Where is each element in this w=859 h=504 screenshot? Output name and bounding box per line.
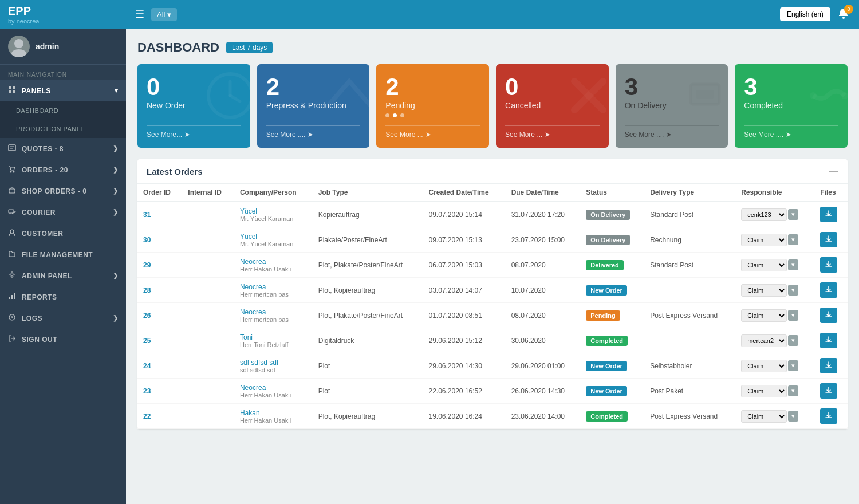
responsible-dropdown-btn-4[interactable]: ▾: [788, 310, 798, 321]
cell-status-0: On Delivery: [580, 202, 644, 227]
cell-company-6: sdf sdfsd sdf sdf sdfsd sdf: [234, 353, 313, 379]
responsible-dropdown-btn-8[interactable]: ▾: [788, 411, 798, 422]
sidebar-item-logs[interactable]: LOGS ❯: [0, 308, 126, 329]
stat-card-completed[interactable]: 3 Completed See More .... ➤: [735, 64, 848, 148]
notification-bell[interactable]: 0: [837, 7, 850, 22]
download-btn-5[interactable]: [820, 333, 837, 348]
responsible-select-6[interactable]: Claim: [741, 360, 787, 372]
stat-card-new-order[interactable]: 0 New Order See More... ➤: [137, 64, 250, 148]
all-dropdown[interactable]: All ▾: [151, 8, 177, 21]
reports-label: REPORTS: [22, 293, 57, 301]
download-btn-2[interactable]: [820, 257, 837, 273]
responsible-dropdown-btn-5[interactable]: ▾: [788, 335, 798, 346]
svg-point-15: [10, 230, 14, 233]
download-btn-0[interactable]: [820, 207, 837, 222]
company-link-1[interactable]: Yücel: [240, 233, 257, 241]
filemanagement-label: FILE MANAGEMENT: [22, 251, 93, 259]
download-btn-8[interactable]: [820, 408, 837, 424]
company-link-8[interactable]: Hakan: [240, 409, 260, 417]
adminpanel-icon: [8, 271, 16, 281]
sidebar-item-orders[interactable]: ORDERS - 20 ❯: [0, 159, 126, 180]
cancelled-see-more[interactable]: See More ... ➤: [505, 125, 600, 139]
pending-see-more-text: See More ...: [385, 131, 423, 139]
quotes-label: QUOTES - 8: [22, 145, 64, 153]
sidebar-item-panels[interactable]: PANELS ▾: [0, 80, 126, 101]
cell-status-3: New Order: [580, 278, 644, 303]
cell-order-id-4: 26: [137, 303, 182, 328]
cell-order-id-5: 25: [137, 328, 182, 353]
orders-table-header-row: Order ID Internal ID Company/Person Job …: [137, 184, 848, 202]
cell-order-id-6: 24: [137, 353, 182, 379]
responsible-select-8[interactable]: Claim: [741, 410, 787, 423]
company-link-4[interactable]: Neocrea: [240, 308, 266, 316]
order-id-link-6[interactable]: 24: [143, 362, 151, 370]
col-due: Due Date/Time: [506, 184, 581, 202]
stat-card-cancelled[interactable]: 0 Cancelled See More ... ➤: [496, 64, 609, 148]
order-id-link-1[interactable]: 30: [143, 236, 151, 244]
sidebar-item-reports[interactable]: REPORTS: [0, 286, 126, 308]
col-job-type: Job Type: [313, 184, 423, 202]
pending-see-more[interactable]: See More ... ➤: [385, 125, 480, 139]
cell-company-5: Toni Herr Toni Retzlaff: [234, 328, 313, 353]
responsible-select-0[interactable]: cenk123: [741, 208, 787, 221]
download-btn-3[interactable]: [820, 282, 837, 298]
download-btn-4[interactable]: [820, 308, 837, 323]
sidebar-item-dashboard[interactable]: DASHBOARD: [0, 101, 126, 120]
download-btn-7[interactable]: [820, 383, 837, 399]
responsible-dropdown-btn-7[interactable]: ▾: [788, 385, 798, 396]
order-id-link-0[interactable]: 31: [143, 211, 151, 219]
sidebar-item-adminpanel[interactable]: ADMIN PANEL ❯: [0, 265, 126, 286]
sidebar-item-filemanagement[interactable]: FILE MANAGEMENT: [0, 244, 126, 265]
responsible-select-1[interactable]: Claim: [741, 234, 787, 246]
responsible-select-4[interactable]: Claim: [741, 309, 787, 322]
cell-job-type-4: Plot, Plakate/Poster/FineArt: [313, 303, 423, 328]
responsible-select-3[interactable]: Claim: [741, 284, 787, 297]
company-link-7[interactable]: Neocrea: [240, 384, 266, 392]
download-btn-1[interactable]: [820, 232, 837, 247]
sidebar-item-production[interactable]: PRODUCTION PANEL: [0, 120, 126, 138]
responsible-dropdown-btn-6[interactable]: ▾: [788, 360, 798, 371]
responsible-dropdown-btn-0[interactable]: ▾: [788, 209, 798, 220]
order-id-link-7[interactable]: 23: [143, 387, 151, 395]
sidebar-item-signout[interactable]: Sign Out: [0, 329, 126, 350]
sidebar-item-quotes[interactable]: QUOTES - 8 ❯: [0, 138, 126, 159]
responsible-dropdown-btn-2[interactable]: ▾: [788, 259, 798, 270]
cell-files-3: [814, 278, 848, 303]
stat-card-on-delivery[interactable]: 3 On Delivery See More .... ➤: [616, 64, 728, 148]
sidebar-item-shoporders[interactable]: SHOP ORDERS - 0 ❯: [0, 180, 126, 202]
company-link-2[interactable]: Neocrea: [240, 258, 266, 266]
order-id-link-5[interactable]: 25: [143, 337, 151, 345]
stat-card-pending[interactable]: 2 Pending See More ... ➤: [376, 64, 489, 148]
svg-point-14: [12, 213, 13, 214]
company-link-5[interactable]: Toni: [240, 333, 253, 341]
cell-order-id-1: 30: [137, 227, 182, 253]
responsible-select-5[interactable]: mertcan2: [741, 334, 787, 347]
download-btn-6[interactable]: [820, 358, 837, 373]
cell-job-type-8: Plot, Kopierauftrag: [313, 404, 423, 429]
completed-see-more[interactable]: See More .... ➤: [744, 125, 838, 139]
cell-company-3: Neocrea Herr mertcan bas: [234, 278, 313, 303]
responsible-select-7[interactable]: Claim: [741, 385, 787, 397]
responsible-select-2[interactable]: Claim: [741, 259, 787, 271]
responsible-dropdown-btn-3[interactable]: ▾: [788, 285, 798, 296]
company-link-3[interactable]: Neocrea: [240, 283, 266, 291]
company-link-0[interactable]: Yücel: [240, 207, 257, 215]
sidebar-item-courier[interactable]: COURIER ❯: [0, 202, 126, 223]
sidebar-item-customer[interactable]: CUSTOMER: [0, 223, 126, 244]
stat-card-prepress[interactable]: 2 Prepress & Production See More .... ➤: [257, 64, 370, 148]
company-link-6[interactable]: sdf sdfsd sdf: [240, 359, 278, 367]
ondelivery-see-more[interactable]: See More .... ➤: [625, 125, 719, 139]
orders-close-button[interactable]: —: [829, 166, 838, 176]
responsible-dropdown-btn-1[interactable]: ▾: [788, 234, 798, 245]
hamburger-icon[interactable]: ☰: [135, 8, 144, 21]
cancelled-see-more-text: See More ...: [505, 131, 542, 139]
new-order-see-more[interactable]: See More... ➤: [147, 125, 241, 139]
order-id-link-8[interactable]: 22: [143, 412, 151, 420]
order-id-link-3[interactable]: 28: [143, 286, 151, 294]
order-id-link-4[interactable]: 26: [143, 312, 151, 320]
responsible-wrap-2: Claim ▾: [741, 259, 809, 271]
svg-point-9: [10, 171, 12, 173]
language-selector[interactable]: English (en): [780, 7, 830, 21]
prepress-see-more[interactable]: See More .... ➤: [266, 125, 361, 139]
order-id-link-2[interactable]: 29: [143, 261, 151, 269]
